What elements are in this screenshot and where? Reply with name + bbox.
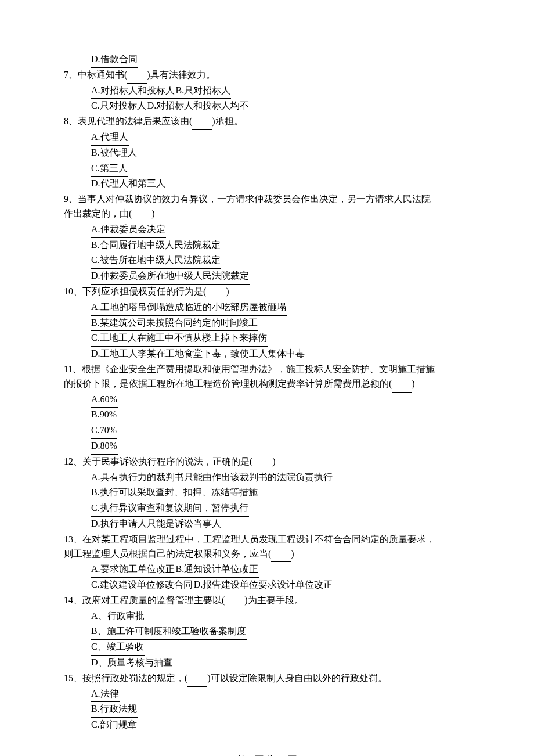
stem-b: )为主要手段。 (244, 595, 303, 605)
stem-b: )承担。 (212, 116, 243, 126)
q12-stem: 12、关于民事诉讼执行程序的说法，正确的是( ) (64, 455, 470, 470)
option-text: D.对招标人和投标人均不 (147, 99, 250, 114)
stem-a: 的报价下限，是依据工程所在地工程造价管理机构测定费率计算所需费用总额的( (64, 379, 392, 388)
q8-option-b: B.被代理人 (64, 146, 470, 161)
page-container: D.借款合同 7、中标通知书( )具有法律效力。 A.对招标人和投标人B.只对招… (0, 0, 534, 756)
q10-option-c: C.工地工人在施工中不慎从楼上掉下来摔伤 (64, 331, 470, 347)
q7-stem: 7、中标通知书( )具有法律效力。 (64, 68, 470, 84)
stem-b: )可以设定除限制人身自由以外的行政处罚。 (207, 673, 387, 683)
q12-option-a: A.具有执行力的裁判书只能由作出该裁判书的法院负责执行 (64, 470, 470, 486)
q12-option-c: C.执行异议审查和复议期间，暂停执行 (64, 501, 470, 517)
option-text: B.执行可以采取查封、扣押、冻结等措施 (91, 485, 258, 501)
option-text: C.部门规章 (91, 718, 138, 733)
option-text: C.70% (91, 423, 117, 439)
stem-text: 9、当事人对仲裁协议的效力有异议，一方请求仲裁委员会作出决定，另一方请求人民法院 (64, 194, 431, 204)
stem-a: 10、下列应承担侵权责任的行为是( (64, 286, 206, 296)
option-text: C.只对投标人 (91, 99, 147, 114)
q11-stem-line2: 的报价下限，是依据工程所在地工程造价管理机构测定费率计算所需费用总额的( ) (64, 377, 470, 393)
option-text: B.被代理人 (91, 146, 138, 161)
q13-stem-line1: 13、在对某工程项目监理过程中，工程监理人员发现工程设计不符合合同约定的质量要求… (64, 532, 470, 547)
option-text: A.工地的塔吊倒塌造成临近的小吃部房屋被砸塌 (91, 300, 287, 316)
q10-option-b: B.某建筑公司未按照合同约定的时间竣工 (64, 316, 470, 332)
stem-a: 8、表见代理的法律后果应该由( (64, 116, 192, 126)
stem-a: 14、政府对工程质量的监督管理主要以( (64, 595, 225, 605)
option-text: B.只对招标人 (175, 84, 232, 99)
blank-field (271, 547, 291, 563)
option-text: A.对招标人和投标人 (91, 84, 175, 99)
q7-options-row1: A.对招标人和投标人B.只对招标人 (64, 84, 470, 99)
q15-stem: 15、按照行政处罚法的规定，( )可以设定除限制人身自由以外的行政处罚。 (64, 671, 470, 687)
option-text: B.通知设计单位改正 (175, 562, 259, 578)
option-text: D.工地工人李某在工地食堂下毒，致使工人集体中毒 (91, 347, 305, 362)
q11-option-a: A.60% (64, 393, 470, 408)
option-text: B.某建筑公司未按照合同约定的时间竣工 (91, 316, 258, 332)
stem-text: 11、根据《企业安全生产费用提取和使用管理办法》，施工投标人安全防护、文明施工措… (64, 364, 435, 374)
option-text: D、质量考核与抽查 (91, 656, 173, 671)
option-text: C.执行异议审查和复议期间，暂停执行 (91, 501, 249, 517)
q11-option-c: C.70% (64, 423, 470, 439)
stem-a: 12、关于民事诉讼执行程序的说法，正确的是( (64, 456, 252, 466)
q14-option-d: D、质量考核与抽查 (64, 656, 470, 671)
q10-option-a: A.工地的塔吊倒塌造成临近的小吃部房屋被砸塌 (64, 300, 470, 316)
stem-a: 则工程监理人员根据自己的法定权限和义务，应当( (64, 549, 271, 559)
q10-option-d: D.工地工人李某在工地食堂下毒，致使工人集体中毒 (64, 347, 470, 362)
q9-option-a: A.仲裁委员会决定 (64, 222, 470, 238)
option-text: D.执行申请人只能是诉讼当事人 (91, 517, 222, 532)
q8-option-a: A.代理人 (64, 130, 470, 146)
q11-option-d: D.80% (64, 439, 470, 455)
stem-b: ) (291, 549, 294, 559)
stem-a: 作出裁定的，由( (64, 208, 132, 218)
q9-stem-line1: 9、当事人对仲裁协议的效力有异议，一方请求仲裁委员会作出决定，另一方请求人民法院 (64, 192, 470, 207)
stem-a: 7、中标通知书( (64, 70, 127, 80)
stem-text: 13、在对某工程项目监理过程中，工程监理人员发现工程设计不符合合同约定的质量要求… (64, 534, 435, 544)
stem-b: ) (412, 379, 414, 388)
option-text: A、行政审批 (91, 609, 145, 625)
q9-option-b: B.合同履行地中级人民法院裁定 (64, 238, 470, 254)
stem-b: ) (272, 456, 275, 466)
option-text: B、施工许可制度和竣工验收备案制度 (91, 624, 247, 640)
q13-options-row1: A.要求施工单位改正B.通知设计单位改正 (64, 562, 470, 578)
q11-stem-line1: 11、根据《企业安全生产费用提取和使用管理办法》，施工投标人安全防护、文明施工措… (64, 362, 470, 377)
q9-stem-line2: 作出裁定的，由( ) (64, 207, 470, 222)
option-text: A.代理人 (91, 130, 129, 146)
option-text: A.仲裁委员会决定 (91, 222, 166, 238)
q15-option-c: C.部门规章 (64, 718, 470, 733)
q8-option-c: C.第三人 (64, 161, 470, 177)
option-text: C.被告所在地中级人民法院裁定 (91, 253, 221, 269)
stem-a: 15、按照行政处罚法的规定，( (64, 673, 187, 683)
blank-field (392, 377, 412, 393)
option-text: B.90% (91, 408, 117, 423)
q13-options-row2: C.建议建设单位修改合同D.报告建设单位要求设计单位改正 (64, 578, 470, 593)
option-text: C、竣工验收 (91, 640, 145, 656)
stem-b: )具有法律效力。 (147, 70, 215, 80)
q13-stem-line2: 则工程监理人员根据自己的法定权限和义务，应当( ) (64, 547, 470, 563)
q8-stem: 8、表见代理的法律后果应该由( )承担。 (64, 114, 470, 130)
blank-field (127, 68, 147, 84)
option-text: B.行政法规 (91, 702, 138, 718)
q9-option-c: C.被告所在地中级人民法院裁定 (64, 253, 470, 269)
q14-option-c: C、竣工验收 (64, 640, 470, 656)
option-text: D.仲裁委员会所在地中级人民法院裁定 (91, 269, 250, 285)
blank-field (132, 207, 151, 222)
option-text: D.80% (91, 439, 118, 455)
q6-option-d: D.借款合同 (64, 52, 470, 68)
q12-option-d: D.执行申请人只能是诉讼当事人 (64, 517, 470, 532)
blank-field (225, 593, 244, 609)
q14-stem: 14、政府对工程质量的监督管理主要以( )为主要手段。 (64, 593, 470, 609)
q8-option-d: D.代理人和第三人 (64, 177, 470, 192)
option-text: C.工地工人在施工中不慎从楼上掉下来摔伤 (91, 331, 268, 347)
stem-b: ) (151, 208, 154, 218)
option-text: B.合同履行地中级人民法院裁定 (91, 238, 221, 254)
q14-option-a: A、行政审批 (64, 609, 470, 625)
q11-option-b: B.90% (64, 408, 470, 423)
option-text: D.代理人和第三人 (91, 177, 166, 192)
option-text: D.报告建设单位要求设计单位改正 (193, 578, 334, 593)
q10-stem: 10、下列应承担侵权责任的行为是( ) (64, 285, 470, 300)
q12-option-b: B.执行可以采取查封、扣押、冻结等措施 (64, 485, 470, 501)
q9-option-d: D.仲裁委员会所在地中级人民法院裁定 (64, 269, 470, 285)
q15-option-b: B.行政法规 (64, 702, 470, 718)
option-text: C.第三人 (91, 161, 128, 177)
q7-options-row2: C.只对投标人D.对招标人和投标人均不 (64, 99, 470, 114)
q15-option-a: A.法律 (64, 687, 470, 703)
option-text: D.借款合同 (91, 52, 138, 68)
